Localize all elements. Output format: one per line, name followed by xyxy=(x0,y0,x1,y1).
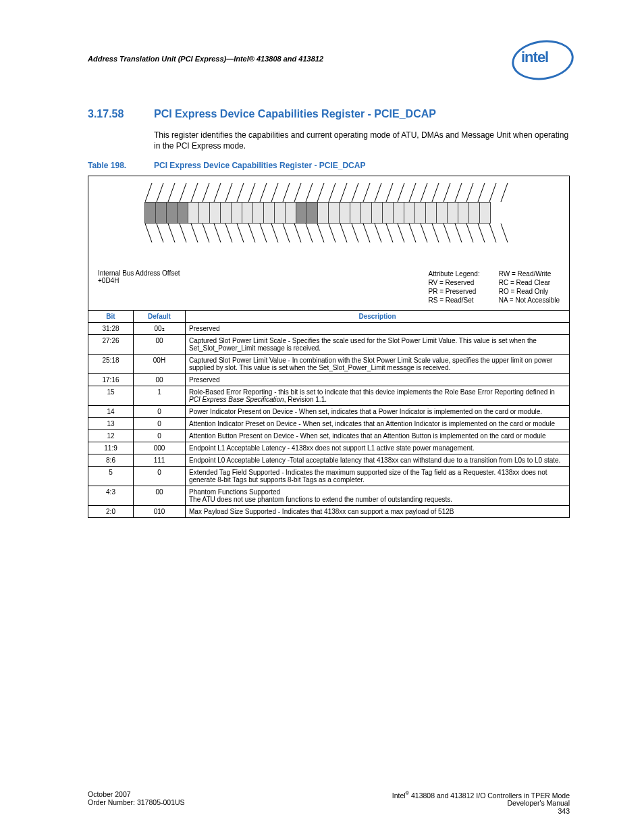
table-row: 27:2600Captured Slot Power Limit Scale -… xyxy=(88,335,570,355)
section-title: PCI Express Device Capabilities Register… xyxy=(154,108,436,120)
svg-line-53 xyxy=(386,224,393,242)
svg-line-62 xyxy=(489,224,496,242)
svg-line-45 xyxy=(294,224,301,242)
table-row: 4:300Phantom Functions SupportedThe ATU … xyxy=(88,486,570,506)
svg-line-26 xyxy=(444,183,450,202)
table-row: 17:1600Preserved xyxy=(88,374,570,386)
svg-line-11 xyxy=(271,183,278,202)
intel-logo: intel xyxy=(512,39,570,78)
svg-line-10 xyxy=(260,183,267,202)
svg-line-5 xyxy=(203,183,209,202)
svg-line-47 xyxy=(317,224,324,242)
svg-line-58 xyxy=(444,224,450,242)
section-number: 3.17.58 xyxy=(88,108,154,120)
svg-line-61 xyxy=(478,224,485,242)
table-row: 2:0010Max Payload Size Supported - Indic… xyxy=(88,506,570,518)
svg-line-4 xyxy=(191,183,198,202)
svg-line-33 xyxy=(157,224,163,242)
svg-line-7 xyxy=(225,183,232,202)
svg-line-49 xyxy=(340,224,347,242)
svg-line-35 xyxy=(180,224,186,242)
svg-line-41 xyxy=(248,224,255,242)
table-row: 8:6111Endpoint L0 Acceptable Latency -To… xyxy=(88,454,570,467)
svg-line-40 xyxy=(237,224,244,242)
table-row: 11:9000Endpoint L1 Acceptable Latency - … xyxy=(88,442,570,454)
svg-line-23 xyxy=(409,183,416,202)
legend-col-2: RW = Read/Write RC = Read Clear RO = Rea… xyxy=(499,269,560,305)
header-breadcrumb: Address Translation Unit (PCI Express)—I… xyxy=(88,55,323,63)
page-footer: October 2007 Order Number: 317805-001US … xyxy=(88,790,570,816)
section-description: This register identifies the capabilitie… xyxy=(154,130,570,151)
table-row: 130Attention Indicator Preset on Device … xyxy=(88,418,570,430)
svg-line-15 xyxy=(317,183,324,202)
svg-line-63 xyxy=(501,224,508,242)
svg-line-52 xyxy=(375,224,381,242)
svg-line-24 xyxy=(421,183,427,202)
svg-line-34 xyxy=(168,224,175,242)
svg-line-36 xyxy=(191,224,198,242)
svg-line-25 xyxy=(432,183,439,202)
svg-line-3 xyxy=(180,183,186,202)
svg-line-14 xyxy=(306,183,313,202)
svg-line-21 xyxy=(386,183,393,202)
table-row: 140Power Indicator Present on Device - W… xyxy=(88,406,570,418)
svg-line-60 xyxy=(466,224,473,242)
svg-line-30 xyxy=(489,183,496,202)
svg-line-51 xyxy=(363,224,370,242)
col-description: Description xyxy=(186,311,570,323)
svg-line-29 xyxy=(478,183,485,202)
register-diagram: Internal Bus Address Offset +0D4H Attrib… xyxy=(88,176,570,310)
svg-line-42 xyxy=(260,224,267,242)
svg-line-57 xyxy=(432,224,439,242)
svg-line-38 xyxy=(214,224,221,242)
svg-line-55 xyxy=(409,224,416,242)
svg-line-43 xyxy=(271,224,278,242)
svg-line-20 xyxy=(375,183,381,202)
svg-line-28 xyxy=(466,183,473,202)
table-caption: Table 198. PCI Express Device Capabiliti… xyxy=(88,161,570,170)
svg-line-19 xyxy=(363,183,370,202)
offset-label: Internal Bus Address Offset +0D4H xyxy=(98,269,180,305)
svg-line-31 xyxy=(501,183,508,202)
svg-line-48 xyxy=(329,224,336,242)
svg-line-46 xyxy=(306,224,313,242)
svg-line-13 xyxy=(294,183,301,202)
svg-line-22 xyxy=(398,183,404,202)
table-row: 151Role-Based Error Reporting - this bit… xyxy=(88,386,570,406)
svg-line-1 xyxy=(157,183,163,202)
svg-line-8 xyxy=(237,183,244,202)
svg-line-39 xyxy=(225,224,232,242)
svg-line-56 xyxy=(421,224,427,242)
col-default: Default xyxy=(134,311,186,323)
svg-line-32 xyxy=(145,224,152,242)
table-row: 120Attention Button Present on Device - … xyxy=(88,430,570,442)
table-row: 50Extended Tag Field Supported - Indicat… xyxy=(88,467,570,486)
svg-line-54 xyxy=(398,224,404,242)
svg-line-0 xyxy=(145,183,152,202)
svg-line-9 xyxy=(248,183,255,202)
section-heading: 3.17.58 PCI Express Device Capabilities … xyxy=(88,108,570,120)
table-row: 25:1800HCaptured Slot Power Limit Value … xyxy=(88,355,570,374)
col-bit: Bit xyxy=(88,311,134,323)
legend-col-1: Attribute Legend: RV = Reserved PR = Pre… xyxy=(429,269,480,305)
svg-line-59 xyxy=(455,224,462,242)
svg-line-27 xyxy=(455,183,462,202)
svg-line-37 xyxy=(203,224,209,242)
svg-line-12 xyxy=(283,183,290,202)
register-bits-table: Bit Default Description 31:2800₂Preserve… xyxy=(88,310,570,518)
svg-line-18 xyxy=(352,183,358,202)
svg-line-17 xyxy=(340,183,347,202)
table-row: 31:2800₂Preserved xyxy=(88,323,570,335)
svg-line-50 xyxy=(352,224,358,242)
svg-line-16 xyxy=(329,183,336,202)
svg-line-2 xyxy=(168,183,175,202)
page-header: Address Translation Unit (PCI Express)—I… xyxy=(88,39,570,78)
svg-line-6 xyxy=(214,183,221,202)
svg-line-44 xyxy=(283,224,290,242)
